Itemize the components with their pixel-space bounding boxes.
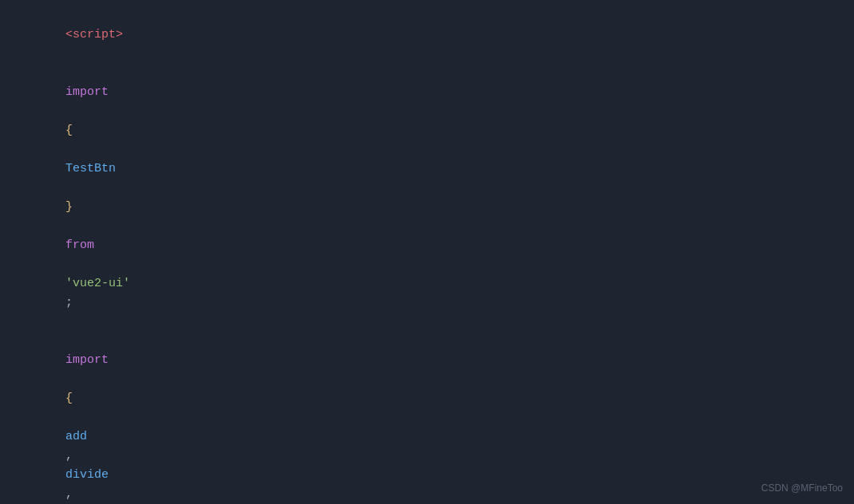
fn-testbtn: TestBtn xyxy=(65,162,116,175)
code-editor: <script> import { TestBtn } from 'vue2-u… xyxy=(0,0,854,504)
watermark: CSDN @MFineToo xyxy=(761,481,843,496)
line-2: import { TestBtn } from 'vue2-ui' ; xyxy=(8,64,854,332)
script-open-tag: <script> xyxy=(65,28,123,41)
line-1: <script> xyxy=(8,6,854,64)
line-3: import { add , divide , minus , multiply… xyxy=(8,332,854,504)
kw-import: import xyxy=(65,85,109,99)
